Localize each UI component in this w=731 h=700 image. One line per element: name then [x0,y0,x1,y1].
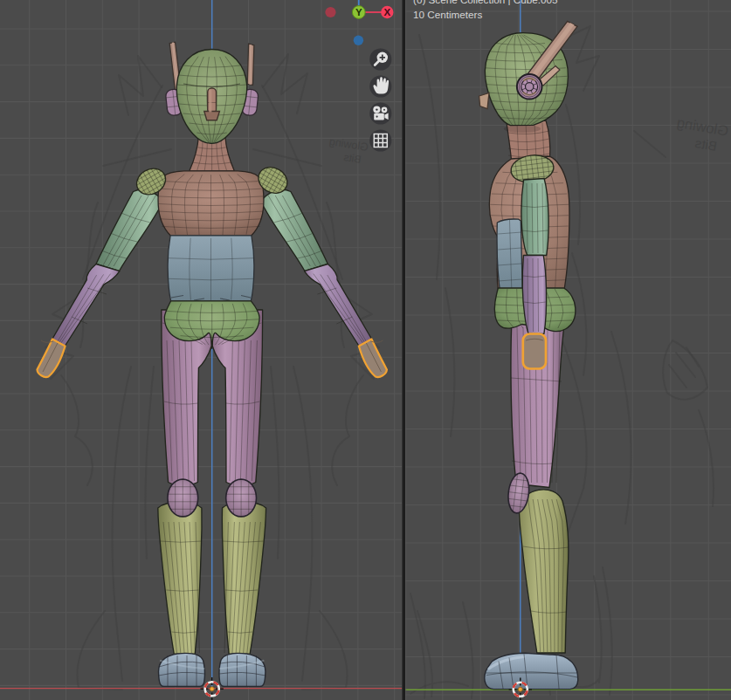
svg-text:(0) Scene Collection | Cube.00: (0) Scene Collection | Cube.005 [413,0,558,5]
svg-text:Y: Y [355,7,362,17]
svg-text:X: X [383,7,390,17]
svg-text:10 Centimeters: 10 Centimeters [413,9,482,20]
